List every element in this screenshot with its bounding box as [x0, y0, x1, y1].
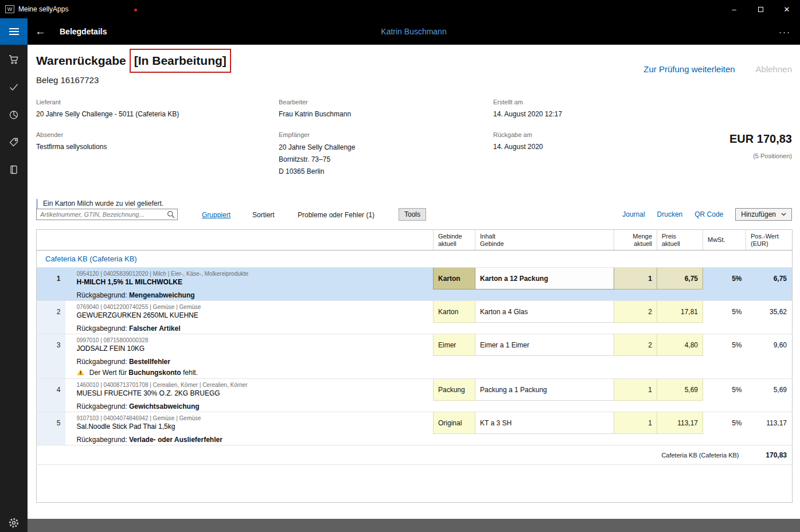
journal-link[interactable]: Journal	[622, 210, 645, 218]
user-name[interactable]: Katrin Buschmann	[28, 27, 800, 36]
forward-for-review-link[interactable]: Zur Prüfung weiterleiten	[643, 64, 735, 74]
menge-cell[interactable]: 1	[614, 412, 657, 434]
close-button[interactable]: ✕	[774, 0, 800, 18]
preis-cell[interactable]: 6,75	[657, 268, 703, 290]
preis-cell[interactable]: 4,80	[657, 334, 703, 356]
beleg-number: Beleg 16167723	[36, 75, 99, 85]
menge-cell[interactable]: 1	[614, 379, 657, 401]
gruppiert-toggle[interactable]: Gruppiert	[202, 211, 231, 219]
group-header[interactable]: Cafeteria KB (Cafeteria KB)	[37, 251, 793, 268]
mwst-cell: 5%	[703, 301, 746, 323]
inhalt-cell[interactable]: Packung a 1 Packung	[475, 379, 614, 401]
gebinde-cell[interactable]: Original	[434, 412, 475, 434]
price-tag-icon[interactable]	[0, 128, 28, 156]
article-name: Sal.Noodle Stick Pad Thai 1,5kg	[77, 423, 434, 431]
header-menge[interactable]: Mengeaktuell	[614, 230, 657, 251]
more-options-icon[interactable]: ···	[779, 27, 791, 37]
article-cell[interactable]: 0769040 | 04012200740255 | Gemüse | Gemü…	[65, 301, 434, 323]
reason-label: Rückgabegrund:	[77, 436, 127, 444]
status-annotation-box: [In Bearbeitung]	[130, 49, 231, 73]
article-cell[interactable]: 0954120 | 04025839012020 | Milch | Eier-…	[65, 268, 434, 290]
empfaenger-line-1: 20 Jahre Selly Challenge	[279, 142, 355, 154]
erstellt-label: Erstellt am	[493, 99, 523, 105]
search-input[interactable]	[36, 209, 178, 220]
probleme-filter[interactable]: Probleme oder Fehler (1)	[298, 211, 374, 219]
table-row: 3 0997010 | 08715800000328 JODSALZ FEIN …	[37, 334, 793, 356]
catalog-icon[interactable]	[0, 156, 28, 183]
maximize-icon	[758, 7, 763, 12]
header-preis[interactable]: Preisaktuell	[657, 230, 703, 251]
reason-value: Falscher Artikel	[129, 324, 181, 332]
search-field-wrap	[36, 209, 178, 220]
maximize-button[interactable]	[747, 0, 774, 18]
article-meta: 9107103 | 04004074846942 | Gemüse | Gemü…	[77, 415, 434, 422]
checkmark-icon[interactable]	[0, 73, 28, 101]
wert-cell: 9,60	[746, 334, 793, 356]
rueckgabe-value: 14. August 2020	[493, 143, 543, 151]
pie-chart-icon[interactable]	[0, 101, 28, 128]
preis-cell[interactable]: 113,17	[657, 412, 703, 434]
mwst-cell: 5%	[703, 268, 746, 290]
minimize-button[interactable]: –	[721, 0, 747, 18]
warning-text-post: fehlt.	[181, 369, 198, 377]
tools-button[interactable]: Tools	[399, 208, 426, 221]
article-meta: 0769040 | 04012200740255 | Gemüse | Gemü…	[77, 304, 434, 311]
titlebar: W Meine sellyApps – ✕	[0, 0, 800, 18]
bottom-strip	[28, 519, 800, 532]
header-article	[65, 230, 434, 251]
absender-value: Testfirma sellysolutions	[36, 143, 107, 151]
header-wert[interactable]: Pos.-Wert(EUR)	[746, 230, 793, 251]
drucken-link[interactable]: Drucken	[657, 210, 683, 218]
settings-gear-icon[interactable]	[0, 517, 28, 529]
inhalt-cell[interactable]: Eimer a 1 Eimer	[475, 334, 614, 356]
article-name: MUESLI FRUECHTE 30% O.Z. 2KG BRUEGG	[77, 389, 434, 398]
table-row: 5 9107103 | 04004074846942 | Gemüse | Ge…	[37, 412, 793, 434]
reason-row: Rückgabegrund: Falscher Artikel	[37, 323, 793, 334]
preis-cell[interactable]: 5,69	[657, 379, 703, 401]
reject-link[interactable]: Ablehnen	[756, 64, 792, 74]
article-name: JODSALZ FEIN 10KG	[77, 345, 434, 353]
warning-row: Der Wert für Buchungskonto fehlt.	[37, 367, 793, 379]
inhalt-cell[interactable]: KT a 3 SH	[475, 412, 614, 434]
search-icon[interactable]	[167, 210, 175, 221]
preis-cell[interactable]: 17,81	[657, 301, 703, 323]
document-note: Ein Karton Milch wurde zu viel geliefert…	[36, 199, 163, 209]
sortiert-toggle[interactable]: Sortiert	[252, 211, 275, 219]
positions-table: Gebindeaktuell InhaltGebinde Mengeaktuel…	[36, 229, 793, 503]
hinzufuegen-button[interactable]: Hinzufügen	[735, 208, 792, 221]
rueckgabe-label: Rückgabe am	[493, 131, 532, 138]
gebinde-cell[interactable]: Packung	[434, 379, 475, 401]
menge-cell[interactable]: 2	[614, 334, 657, 356]
header-gebinde[interactable]: Gebindeaktuell	[434, 230, 475, 251]
positions-count: (5 Positionen)	[753, 152, 792, 159]
inhalt-cell[interactable]: Karton a 4 Glas	[475, 301, 614, 323]
row-number: 4	[37, 379, 65, 401]
lieferant-value: 20 Jahre Selly Challenge - 5011 (Cafeter…	[36, 110, 179, 118]
article-cell[interactable]: 0997010 | 08715800000328 JODSALZ FEIN 10…	[65, 334, 434, 356]
header-mwst[interactable]: MwSt.	[703, 230, 746, 251]
reason-label: Rückgabegrund:	[77, 324, 127, 332]
article-cell[interactable]: 1460010 | 04008713701708 | Cerealien, Kö…	[65, 379, 434, 401]
reason-row: Rückgabegrund: Verlade- oder Auslieferfe…	[37, 434, 793, 445]
wert-cell: 35,62	[746, 301, 793, 323]
gebinde-cell[interactable]: Karton	[434, 268, 475, 290]
header-inhalt[interactable]: InhaltGebinde	[475, 230, 614, 251]
app-icon: W	[5, 5, 14, 13]
menge-cell[interactable]: 2	[614, 301, 657, 323]
header-num	[37, 230, 65, 251]
lieferant-label: Lieferant	[36, 99, 61, 105]
menge-cell[interactable]: 1	[614, 268, 657, 290]
qr-code-link[interactable]: QR Code	[694, 210, 723, 218]
article-cell[interactable]: 9107103 | 04004074846942 | Gemüse | Gemü…	[65, 412, 434, 434]
table-row: 1 0954120 | 04025839012020 | Milch | Eie…	[37, 268, 793, 290]
gebinde-cell[interactable]: Karton	[434, 301, 475, 323]
page-header: ← Belegdetails Katrin Buschmann ···	[28, 18, 800, 45]
shopping-cart-icon[interactable]	[0, 46, 28, 73]
footer-group-label: Cafeteria KB (Cafeteria KB)	[37, 445, 746, 465]
inhalt-cell[interactable]: Karton a 12 Packung	[475, 268, 614, 290]
gebinde-cell[interactable]: Eimer	[434, 334, 475, 356]
mwst-cell: 5%	[703, 412, 746, 434]
row-number: 1	[37, 268, 65, 290]
hamburger-menu-icon[interactable]	[0, 18, 28, 45]
back-button[interactable]: ←	[35, 25, 46, 38]
